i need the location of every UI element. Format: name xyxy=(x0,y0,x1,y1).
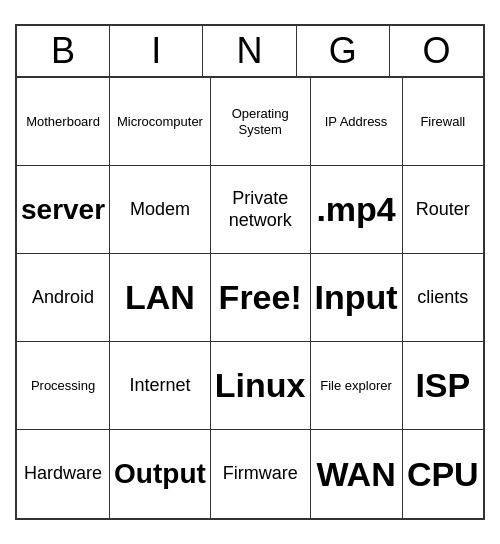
cell-text-r1-c3: .mp4 xyxy=(316,189,395,230)
cell-r0-c1: Microcomputer xyxy=(110,78,211,166)
cell-text-r3-c0: Processing xyxy=(31,378,95,394)
cell-r1-c4: Router xyxy=(403,166,483,254)
cell-r0-c0: Motherboard xyxy=(17,78,110,166)
cell-r4-c2: Firmware xyxy=(211,430,311,518)
cell-text-r3-c4: ISP xyxy=(415,365,470,406)
cell-text-r2-c0: Android xyxy=(32,287,94,309)
bingo-card: BINGO MotherboardMicrocomputerOperating … xyxy=(15,24,485,520)
cell-r1-c0: server xyxy=(17,166,110,254)
cell-text-r3-c3: File explorer xyxy=(320,378,392,394)
bingo-header: BINGO xyxy=(17,26,483,78)
cell-text-r1-c0: server xyxy=(21,193,105,227)
cell-r2-c2: Free! xyxy=(211,254,311,342)
cell-r0-c2: Operating System xyxy=(211,78,311,166)
bingo-grid: MotherboardMicrocomputerOperating System… xyxy=(17,78,483,518)
cell-r4-c3: WAN xyxy=(311,430,403,518)
cell-text-r4-c3: WAN xyxy=(316,454,395,495)
header-letter-G: G xyxy=(297,26,390,76)
cell-r3-c4: ISP xyxy=(403,342,483,430)
cell-r1-c3: .mp4 xyxy=(311,166,403,254)
cell-r0-c4: Firewall xyxy=(403,78,483,166)
header-letter-I: I xyxy=(110,26,203,76)
cell-text-r1-c1: Modem xyxy=(130,199,190,221)
header-letter-O: O xyxy=(390,26,483,76)
cell-text-r4-c2: Firmware xyxy=(223,463,298,485)
cell-text-r0-c1: Microcomputer xyxy=(117,114,203,130)
cell-r2-c4: clients xyxy=(403,254,483,342)
cell-r3-c3: File explorer xyxy=(311,342,403,430)
cell-r3-c0: Processing xyxy=(17,342,110,430)
header-letter-B: B xyxy=(17,26,110,76)
cell-r1-c2: Private network xyxy=(211,166,311,254)
cell-r0-c3: IP Address xyxy=(311,78,403,166)
cell-r4-c0: Hardware xyxy=(17,430,110,518)
cell-r2-c1: LAN xyxy=(110,254,211,342)
cell-text-r1-c2: Private network xyxy=(215,188,306,231)
cell-r4-c1: Output xyxy=(110,430,211,518)
cell-r3-c2: Linux xyxy=(211,342,311,430)
cell-text-r0-c0: Motherboard xyxy=(26,114,100,130)
cell-text-r2-c4: clients xyxy=(417,287,468,309)
cell-text-r1-c4: Router xyxy=(416,199,470,221)
cell-r2-c0: Android xyxy=(17,254,110,342)
cell-r3-c1: Internet xyxy=(110,342,211,430)
cell-text-r0-c2: Operating System xyxy=(215,106,306,137)
cell-text-r0-c4: Firewall xyxy=(420,114,465,130)
cell-text-r3-c2: Linux xyxy=(215,365,306,406)
cell-text-r4-c1: Output xyxy=(114,457,206,491)
cell-text-r4-c0: Hardware xyxy=(24,463,102,485)
cell-text-r4-c4: CPU xyxy=(407,454,479,495)
cell-text-r3-c1: Internet xyxy=(129,375,190,397)
cell-r1-c1: Modem xyxy=(110,166,211,254)
cell-text-r2-c3: Input xyxy=(315,277,398,318)
header-letter-N: N xyxy=(203,26,296,76)
cell-text-r0-c3: IP Address xyxy=(325,114,388,130)
cell-text-r2-c2: Free! xyxy=(219,277,302,318)
cell-r2-c3: Input xyxy=(311,254,403,342)
cell-text-r2-c1: LAN xyxy=(125,277,195,318)
cell-r4-c4: CPU xyxy=(403,430,483,518)
